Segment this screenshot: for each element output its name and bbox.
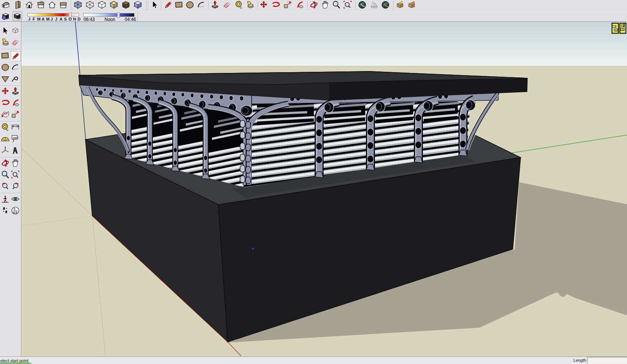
svg-text:C: C [14, 208, 16, 210]
svg-text:A-5: A-5 [13, 211, 17, 214]
svg-text:ABC: ABC [13, 136, 19, 140]
